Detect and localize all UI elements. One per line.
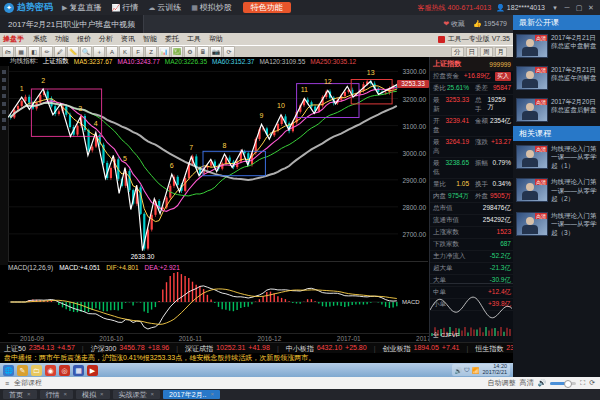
video-player[interactable]: 操盘手 系统功能报价分析资讯智能委托工具帮助 工具—专业版 V7.35 🗁▦◧✏… <box>0 33 513 377</box>
draw-tool-6[interactable] <box>2 118 6 122</box>
video-title: 均线理论入门第一课——从零学起（2） <box>551 178 597 203</box>
ticker-item[interactable]: 上证502354.13+4.57 <box>4 344 75 354</box>
taskbar-icon-opera[interactable]: ◎ <box>59 365 70 376</box>
period-0[interactable]: 分 <box>451 47 464 57</box>
tab-close-icon[interactable]: × <box>27 390 31 399</box>
refresh-icon[interactable]: ⟳ <box>589 379 595 387</box>
period-3[interactable]: 月 <box>495 47 508 57</box>
windows-taskbar: 🌐✎🗀◉◎▦▶ 🔊🛡📶 14:202017/2/21 <box>0 363 513 377</box>
breadcrumb[interactable]: 全部课程 <box>14 378 42 388</box>
draw-tool-0[interactable] <box>2 70 6 74</box>
playlist-icon[interactable]: ≡ <box>5 380 9 387</box>
dropdown-button[interactable]: ▾ <box>550 3 560 13</box>
minimize-button[interactable]: ─ <box>562 3 572 13</box>
ticker-item[interactable]: 创业板指1894.05+7.41 <box>382 344 459 354</box>
taskbar-icon-player[interactable]: ▶ <box>87 365 98 376</box>
draw-tool-2[interactable] <box>2 86 6 90</box>
tab-close-icon[interactable]: × <box>100 390 104 399</box>
software-menu-1[interactable]: 功能 <box>51 34 73 44</box>
top-menu-simulated-trading[interactable]: ▦模拟炒股 <box>186 2 237 13</box>
draw-tool-4[interactable] <box>2 102 6 106</box>
tab-4[interactable]: 2017年2月..× <box>163 390 220 399</box>
ticker-item[interactable]: 中小板指6432.10+25.80 <box>286 344 367 354</box>
top-menu-cloud-training[interactable]: ☁云训练 <box>143 2 186 13</box>
macd-chart[interactable]: MACD <box>8 271 428 333</box>
quote-header: 上证指数 999999 <box>430 57 514 71</box>
software-menu-3[interactable]: 分析 <box>95 34 117 44</box>
software-menu-4[interactable]: 资讯 <box>117 34 139 44</box>
tab-2[interactable]: 模拟× <box>76 390 110 399</box>
video-thumbnail: 高清 <box>516 66 548 90</box>
speaker-icon[interactable]: 🔊 <box>537 379 546 387</box>
volume-slider[interactable] <box>550 382 576 385</box>
top-menu-label: 行情 <box>122 2 138 13</box>
favorite-button[interactable]: ❤ 收藏 <box>443 19 465 29</box>
software-menu-2[interactable]: 报价 <box>73 34 95 44</box>
app-logo-icon: ✦ <box>4 3 14 13</box>
close-button[interactable]: ✕ <box>586 3 596 13</box>
tab-close-icon[interactable]: × <box>64 390 68 399</box>
tab-0[interactable]: 首页× <box>3 390 37 399</box>
featured-button[interactable]: 特色功能 <box>243 2 291 13</box>
ticker-separator: | <box>374 345 376 352</box>
taskbar-icon-office[interactable]: ▦ <box>73 365 84 376</box>
latest-video-item-1[interactable]: 高清2017年2月21日薛总监午间解盘 <box>513 62 600 94</box>
software-menu-5[interactable]: 智能 <box>139 34 161 44</box>
related-video-item-1[interactable]: 高清均线理论入门第一课——从零学起（2） <box>513 174 600 207</box>
period-1[interactable]: 日 <box>466 47 479 57</box>
ticker-item[interactable]: 深证成指10252.31+41.98 <box>185 344 270 354</box>
quote-value: 95847 <box>493 84 511 93</box>
svg-text:7: 7 <box>189 144 193 151</box>
draw-tool-5[interactable] <box>2 110 6 114</box>
price-axis-label: 2700.00 <box>398 231 426 238</box>
quote-grid: 委比25.61%委差95847最新3253.33总手19259万开盘3239.4… <box>430 83 514 203</box>
top-menu-quotes[interactable]: 📈行情 <box>106 2 143 13</box>
svg-text:5: 5 <box>123 155 127 162</box>
quote-cell: 量比1.05 <box>430 179 472 191</box>
latest-video-item-0[interactable]: 高清2017年2月21日薛总监中盘解盘 <box>513 30 600 62</box>
kline-chart[interactable]: 123456789101112132638.30 <box>8 66 428 261</box>
quote-label: 振幅 <box>475 159 488 177</box>
draw-tool-1[interactable] <box>2 78 6 82</box>
tab-close-icon[interactable]: × <box>210 390 214 399</box>
svg-text:11: 11 <box>301 86 308 93</box>
bottom-tabbar: 首页×行情×模拟×实战课堂×2017年2月..× <box>0 389 600 400</box>
ticker-item[interactable]: 恒生指数23963.63+97.29 <box>475 344 513 354</box>
taskbar-icon-folder[interactable]: 🗀 <box>31 365 42 376</box>
auto-quality-label[interactable]: 自动调整 <box>487 378 515 388</box>
last-price-tag: 3253.33 <box>397 80 429 88</box>
taskbar-icon-ie[interactable]: 🌐 <box>3 365 14 376</box>
taskbar-icon-chrome[interactable]: ◉ <box>45 365 56 376</box>
svg-text:9: 9 <box>260 112 264 119</box>
top-menu-live-replay[interactable]: ▶复盘直播 <box>57 2 106 13</box>
video-title-tab[interactable]: 2017年2月21日职业中户班盘中视频 <box>0 15 144 33</box>
quote-cell: 最低3238.65 <box>430 158 472 179</box>
date-tick-4: 2017-01 <box>337 335 361 342</box>
user-account[interactable]: 👤 182****4013 <box>496 4 545 12</box>
tray-icons: 🔊🛡📶 <box>455 367 480 374</box>
titlebar-right: 客服热线 400-671-4013 👤 182****4013 ▾─▢✕ <box>418 3 596 13</box>
maximize-button[interactable]: ▢ <box>574 3 584 13</box>
taskbar-icon-paint[interactable]: ✎ <box>17 365 28 376</box>
like-button[interactable]: 👍 195479 <box>473 20 507 28</box>
ticker-item[interactable]: 沪深3003456.78+18.96 <box>91 344 170 354</box>
software-menu-0[interactable]: 系统 <box>29 34 51 44</box>
related-video-item-0[interactable]: 高清均线理论入门第一课——从零学起（1） <box>513 141 600 174</box>
draw-tool-3[interactable] <box>2 94 6 98</box>
quote-label: 流通市值 <box>433 216 459 225</box>
period-2[interactable]: 周 <box>480 47 493 57</box>
draw-tool-7[interactable] <box>2 126 6 130</box>
tab-1[interactable]: 行情× <box>40 390 74 399</box>
tab-3[interactable]: 实战课堂× <box>113 390 161 399</box>
software-menu-6[interactable]: 委托 <box>161 34 183 44</box>
software-menu-8[interactable]: 帮助 <box>205 34 227 44</box>
quality-label[interactable]: 高清 <box>519 378 533 388</box>
quote-label: 最低 <box>433 159 446 177</box>
latest-video-item-2[interactable]: 高清2017年2月20日薛总监盘后解盘 <box>513 94 600 126</box>
ticker-change: +7.41 <box>442 344 460 354</box>
tab-close-icon[interactable]: × <box>151 390 155 399</box>
heart-icon: ❤ <box>443 20 449 27</box>
fullscreen-icon[interactable]: ⛶ <box>580 379 585 387</box>
related-video-item-2[interactable]: 高清均线理论入门第一课——从零学起（3） <box>513 208 600 241</box>
software-menu-7[interactable]: 工具 <box>183 34 205 44</box>
